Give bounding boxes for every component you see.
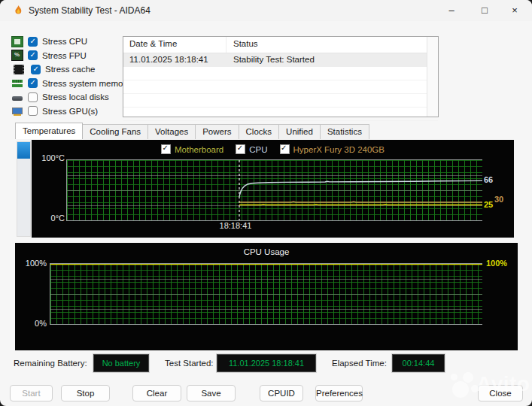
- battery-value: No battery: [93, 354, 149, 372]
- cpuid-button[interactable]: CPUID: [260, 385, 303, 401]
- memory-icon: [12, 80, 23, 83]
- stress-gpu-label: Stress GPU(s): [42, 107, 98, 116]
- cpu-usage-title: CPU Usage: [15, 247, 518, 256]
- gpu-icon: [12, 108, 23, 114]
- stress-options: Stress CPU Stress FPU Stress cache Stres…: [12, 35, 130, 118]
- stress-gpu-checkbox[interactable]: [28, 106, 38, 116]
- temperature-legend: Motherboard CPU HyperX Fury 3D 240GB: [32, 144, 514, 154]
- fpu-icon: [12, 50, 23, 60]
- stress-cache-checkbox[interactable]: [31, 65, 41, 74]
- temp-ymax-label: 100°C: [36, 153, 65, 162]
- stress-memory-label: Stress system memory: [42, 79, 130, 88]
- legend-checkbox-hyperx[interactable]: [280, 144, 290, 154]
- temperature-grid: [66, 159, 482, 221]
- close-icon[interactable]: ×: [500, 0, 530, 21]
- stress-disks-row: Stress local disks: [12, 90, 130, 105]
- stress-fpu-checkbox[interactable]: [28, 50, 38, 60]
- empty-row: [123, 80, 438, 94]
- close-button[interactable]: Close: [478, 385, 523, 401]
- usage-ymax-label: 100%: [21, 259, 47, 268]
- tab-statistics[interactable]: Statistics: [320, 124, 369, 139]
- stress-cache-label: Stress cache: [45, 65, 95, 74]
- legend-label-motherboard: Motherboard: [175, 145, 223, 154]
- cpu-icon: [12, 37, 23, 47]
- column-header-datetime[interactable]: Date & Time: [123, 37, 226, 53]
- tab-voltages[interactable]: Voltages: [147, 124, 196, 139]
- test-started-label: Test Started:: [165, 359, 214, 368]
- column-header-status[interactable]: Status: [226, 37, 438, 53]
- table-row[interactable]: 11.01.2025 18:18:41 Stability Test: Star…: [123, 53, 438, 67]
- motherboard-temp-value: 25: [484, 200, 493, 209]
- stop-button[interactable]: Stop: [61, 385, 110, 401]
- graph-scrollbar-thumb[interactable]: [17, 142, 30, 159]
- temperature-graph-panel: Motherboard CPU HyperX Fury 3D 240GB 100…: [32, 140, 514, 238]
- stress-cpu-checkbox[interactable]: [28, 37, 38, 47]
- legend-label-hyperx: HyperX Fury 3D 240GB: [293, 145, 385, 154]
- usage-graph-svg: [50, 264, 482, 324]
- event-log-table[interactable]: Date & Time Status 11.01.2025 18:18:41 S…: [123, 36, 439, 117]
- cpu-temp-value: 66: [484, 175, 493, 184]
- stress-disks-checkbox[interactable]: [28, 92, 38, 102]
- watermark-circle: [452, 381, 469, 398]
- stress-cache-row: Stress cache: [12, 62, 130, 77]
- watermark-circle: [451, 374, 458, 380]
- tab-unified[interactable]: Unified: [278, 124, 321, 139]
- cell-status: Stability Test: Started: [226, 53, 438, 67]
- stress-gpu-row: Stress GPU(s): [12, 105, 130, 119]
- cell-datetime: 11.01.2025 18:18:41: [123, 53, 226, 67]
- minimize-icon[interactable]: –: [436, 0, 467, 21]
- empty-row: [123, 94, 438, 108]
- legend-checkbox-cpu[interactable]: [236, 144, 245, 154]
- preferences-button[interactable]: Preferences: [315, 385, 363, 401]
- stress-disks-label: Stress local disks: [42, 92, 109, 102]
- cpu-usage-value: 100%: [486, 259, 507, 268]
- legend-item-cpu: CPU: [236, 144, 267, 154]
- cpu-usage-panel: CPU Usage 100% 0% 100%: [15, 243, 518, 350]
- usage-ymin-label: 0%: [21, 319, 47, 328]
- stress-memory-checkbox[interactable]: [28, 78, 38, 88]
- test-started-value: 11.01.2025 18:18:41: [217, 354, 316, 372]
- tab-clocks[interactable]: Clocks: [239, 124, 280, 139]
- start-button[interactable]: Start: [10, 385, 53, 401]
- cpu-usage-grid: [50, 263, 482, 325]
- legend-item-motherboard: Motherboard: [161, 144, 223, 154]
- flame-icon: [13, 5, 24, 16]
- graph-scrollbar[interactable]: [17, 141, 31, 237]
- tab-temperatures[interactable]: Temperatures: [15, 123, 83, 139]
- save-button[interactable]: Save: [187, 385, 236, 401]
- empty-row: [123, 67, 438, 80]
- disk-icon: [12, 96, 23, 101]
- legend-checkbox-motherboard[interactable]: [161, 144, 171, 154]
- legend-label-cpu: CPU: [249, 145, 267, 154]
- stress-fpu-row: Stress FPU: [12, 49, 130, 63]
- elapsed-time-value: 00:14:44: [392, 354, 445, 372]
- stress-cpu-row: Stress CPU: [12, 35, 130, 49]
- stress-memory-row: Stress system memory: [12, 77, 130, 91]
- temp-ymin-label: 0°C: [36, 214, 65, 223]
- tab-powers[interactable]: Powers: [195, 124, 239, 139]
- aida64-stability-test-window: System Stability Test - AIDA64 – □ × Str…: [0, 0, 532, 406]
- window-title: System Stability Test - AIDA64: [29, 5, 150, 16]
- elapsed-time-label: Elapsed Time:: [332, 359, 387, 368]
- stress-fpu-label: Stress FPU: [42, 51, 87, 60]
- stress-cpu-label: Stress CPU: [42, 37, 87, 46]
- temp-graph-svg: [67, 160, 482, 220]
- title-bar: System Stability Test - AIDA64 – □ ×: [0, 0, 532, 21]
- battery-label: Remaining Battery:: [14, 359, 87, 368]
- table-scrollbar[interactable]: [427, 37, 438, 117]
- cache-icon: [14, 65, 24, 74]
- tab-cooling-fans[interactable]: Cooling Fans: [82, 124, 148, 139]
- empty-row: [123, 108, 438, 121]
- legend-item-hyperx: HyperX Fury 3D 240GB: [280, 144, 385, 154]
- test-start-time-label: 18:18:41: [209, 221, 262, 230]
- table-header: Date & Time Status: [123, 37, 438, 53]
- tab-bar: Temperatures Cooling Fans Voltages Power…: [15, 123, 369, 139]
- hyperx-temp-value: 30: [494, 195, 503, 204]
- maximize-icon[interactable]: □: [470, 0, 500, 21]
- clear-button[interactable]: Clear: [132, 385, 181, 401]
- status-bar: Remaining Battery: No battery Test Start…: [0, 353, 532, 374]
